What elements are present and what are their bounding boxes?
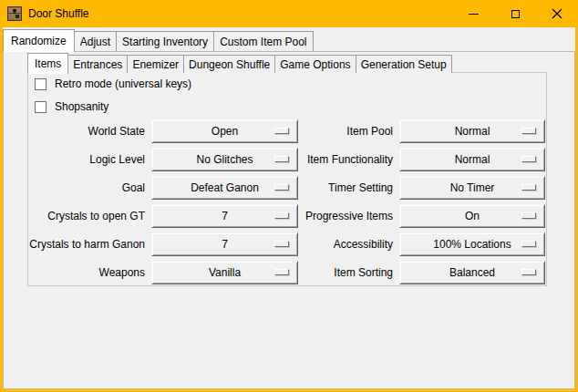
close-button[interactable] — [536, 0, 578, 27]
world-state-dropdown[interactable]: Open — [151, 119, 298, 143]
window-controls — [452, 0, 578, 27]
logic-level-value: No Glitches — [196, 153, 253, 166]
sub-tab-bar: Items Entrances Enemizer Dungeon Shuffle… — [27, 52, 451, 73]
goal-dropdown[interactable]: Defeat Ganon — [151, 176, 298, 200]
window-title: Door Shuffle — [28, 0, 89, 27]
dropdown-indicator-icon — [521, 212, 536, 219]
world-state-value: Open — [212, 125, 238, 138]
door-shuffle-window: Door Shuffle Randomize Adjust Starting I… — [0, 0, 578, 392]
item-functionality-value: Normal — [455, 153, 490, 166]
tab-adjust[interactable]: Adjust — [74, 31, 117, 51]
dropdown-indicator-icon — [521, 156, 536, 162]
titlebar[interactable]: Door Shuffle — [0, 0, 578, 27]
close-icon — [552, 8, 563, 19]
weapons-label: Weapons — [99, 261, 145, 284]
tab-items[interactable]: Items — [27, 53, 68, 74]
shopsanity-checkbox[interactable]: Shopsanity — [35, 98, 108, 115]
dropdown-indicator-icon — [274, 241, 289, 247]
logic-level-label: Logic Level — [89, 148, 145, 171]
checkbox-icon — [35, 101, 46, 113]
dropdown-indicator-icon — [521, 241, 536, 247]
dropdown-indicator-icon — [274, 212, 289, 219]
crystals-open-gt-value: 7 — [222, 210, 228, 222]
crystals-open-gt-label: Crystals to open GT — [47, 204, 145, 228]
minimize-button[interactable] — [452, 0, 494, 27]
progressive-items-value: On — [465, 210, 480, 222]
checkbox-icon — [35, 78, 46, 90]
item-sorting-value: Balanced — [449, 266, 495, 279]
crystals-open-gt-dropdown[interactable]: 7 — [151, 204, 298, 228]
dropdown-indicator-icon — [274, 128, 289, 134]
window-content: Randomize Adjust Starting Inventory Cust… — [3, 27, 575, 389]
item-functionality-dropdown[interactable]: Normal — [399, 148, 545, 171]
tab-game-options[interactable]: Game Options — [274, 55, 356, 73]
progressive-items-label: Progressive Items — [305, 204, 393, 228]
dropdown-indicator-icon — [274, 156, 289, 162]
retro-mode-checkbox[interactable]: Retro mode (universal keys) — [35, 76, 191, 92]
tab-generation-setup[interactable]: Generation Setup — [356, 55, 452, 73]
crystals-harm-ganon-label: Crystals to harm Ganon — [29, 232, 145, 256]
crystals-harm-ganon-dropdown[interactable]: 7 — [151, 232, 298, 256]
maximize-icon — [511, 10, 520, 18]
dropdown-indicator-icon — [274, 184, 289, 191]
main-tab-bar: Randomize Adjust Starting Inventory Cust… — [3, 28, 313, 51]
dropdown-indicator-icon — [521, 128, 536, 134]
tab-dungeon-shuffle[interactable]: Dungeon Shuffle — [183, 55, 275, 73]
accessibility-label: Accessibility — [334, 232, 393, 256]
tab-starting-inventory[interactable]: Starting Inventory — [116, 31, 214, 51]
door-chest-icon — [7, 6, 22, 21]
world-state-label: World State — [88, 119, 145, 143]
crystals-harm-ganon-value: 7 — [222, 238, 228, 251]
item-pool-label: Item Pool — [346, 119, 393, 143]
timer-setting-value: No Timer — [450, 181, 495, 194]
items-pane: Retro mode (universal keys) Shopsanity W… — [27, 72, 547, 286]
item-sorting-dropdown[interactable]: Balanced — [399, 261, 545, 284]
tab-enemizer[interactable]: Enemizer — [127, 55, 184, 73]
timer-setting-dropdown[interactable]: No Timer — [399, 176, 545, 200]
tab-randomize[interactable]: Randomize — [3, 29, 75, 52]
timer-setting-label: Timer Setting — [328, 176, 393, 200]
goal-value: Defeat Ganon — [191, 181, 259, 194]
dropdown-indicator-icon — [521, 184, 536, 191]
progressive-items-dropdown[interactable]: On — [399, 204, 545, 228]
shopsanity-label: Shopsanity — [55, 100, 108, 113]
accessibility-dropdown[interactable]: 100% Locations — [399, 232, 545, 256]
minimize-icon — [469, 14, 479, 15]
tab-custom-item-pool[interactable]: Custom Item Pool — [213, 31, 313, 51]
logic-level-dropdown[interactable]: No Glitches — [151, 148, 298, 171]
item-pool-value: Normal — [455, 125, 490, 138]
maximize-button[interactable] — [494, 0, 536, 27]
dropdown-indicator-icon — [274, 269, 289, 275]
tab-entrances[interactable]: Entrances — [67, 55, 128, 73]
goal-label: Goal — [122, 176, 145, 200]
dropdown-indicator-icon — [521, 269, 536, 275]
item-functionality-label: Item Functionality — [307, 148, 393, 171]
weapons-dropdown[interactable]: Vanilla — [151, 261, 298, 284]
accessibility-value: 100% Locations — [433, 238, 511, 251]
item-pool-dropdown[interactable]: Normal — [399, 119, 545, 143]
item-sorting-label: Item Sorting — [334, 261, 393, 284]
weapons-value: Vanilla — [209, 266, 241, 279]
retro-mode-label: Retro mode (universal keys) — [55, 77, 191, 90]
